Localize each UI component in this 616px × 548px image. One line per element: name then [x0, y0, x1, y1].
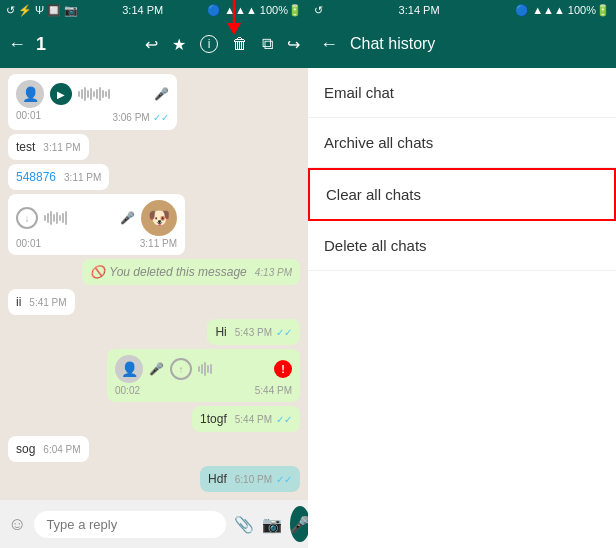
msg-time: 3:11 PM	[64, 172, 101, 183]
star-icon[interactable]: ★	[172, 35, 186, 54]
msg-sent-deleted: 🚫 You deleted this message 4:13 PM	[82, 259, 300, 285]
info-icon[interactable]: i	[200, 35, 218, 53]
msg-time: 5:41 PM	[29, 297, 66, 308]
msg-text: 1togf	[200, 412, 227, 426]
play-button[interactable]: ▶	[50, 83, 72, 105]
msg-sent-hi: Hi 5:43 PM ✓✓	[207, 319, 300, 345]
camera-button[interactable]: 📷	[262, 515, 282, 534]
msg-time: 3:11 PM	[43, 142, 80, 153]
header-actions: ↩ ★ i 🗑 ⧉ ↪	[145, 35, 300, 54]
right-back-button[interactable]: ←	[320, 34, 338, 55]
right-panel: ↺ 3:14 PM 🔵 ▲▲▲ 100%🔋 ← Chat history Ema…	[308, 0, 616, 548]
upload-button[interactable]: ↑	[170, 358, 192, 380]
back-button[interactable]: ←	[8, 34, 26, 55]
left-status-time: 3:14 PM	[122, 4, 163, 16]
menu-item-archive-all-chats[interactable]: Archive all chats	[308, 118, 616, 168]
selected-count: 1	[36, 34, 46, 55]
msg-text: Hdf	[208, 472, 227, 486]
msg-received-test: test 3:11 PM	[8, 134, 89, 160]
msg-time: 5:44 PM	[235, 414, 272, 425]
waveform	[44, 211, 114, 225]
error-badge: !	[274, 360, 292, 378]
reply-icon[interactable]: ↩	[145, 35, 158, 54]
msg-sent-1togf: 1togf 5:44 PM ✓✓	[192, 406, 300, 432]
msg-time: 5:43 PM	[235, 327, 272, 338]
status-icon-4: 🔲	[47, 4, 61, 17]
msg-sent-hdf: Hdf 6:10 PM ✓✓	[200, 466, 300, 492]
menu-item-delete-all-chats[interactable]: Delete all chats	[308, 221, 616, 271]
msg-ticks: ✓✓	[153, 112, 169, 123]
left-status-bar: ↺ ⚡ Ψ 🔲 📷 3:14 PM 🔵 ▲▲▲ 100%🔋	[0, 0, 308, 20]
emoji-button[interactable]: ☺	[8, 514, 26, 535]
mic-icon: 🎤	[149, 362, 164, 376]
status-icon-3: Ψ	[35, 4, 44, 16]
status-icon-r1: ↺	[314, 4, 323, 17]
mic-icon: 🎤	[120, 211, 135, 225]
copy-icon[interactable]: ⧉	[262, 35, 273, 53]
msg-ticks: ✓✓	[276, 327, 292, 338]
voice-duration: 00:02	[115, 385, 140, 396]
msg-link[interactable]: 548876	[16, 170, 56, 184]
menu-item-clear-all-chats[interactable]: Clear all chats	[308, 168, 616, 221]
reply-input[interactable]	[34, 511, 226, 538]
status-icon-2: ⚡	[18, 4, 32, 17]
r-wifi-icon: ▲▲▲	[532, 4, 565, 16]
right-status-time: 3:14 PM	[399, 4, 440, 16]
msg-text: Hi	[215, 325, 226, 339]
waveform	[78, 87, 148, 101]
deleted-text: You deleted this message	[109, 265, 246, 279]
msg-time: 6:10 PM	[235, 474, 272, 485]
msg-text: test	[16, 140, 35, 154]
bluetooth-icon: 🔵	[207, 4, 221, 17]
download-button[interactable]: ↓	[16, 207, 38, 229]
mic-icon: 🎤	[154, 87, 169, 101]
delete-icon[interactable]: 🗑	[232, 35, 248, 53]
r-bluetooth-icon: 🔵	[515, 4, 529, 17]
waveform	[198, 362, 268, 376]
msg-received-ii: ii 5:41 PM	[8, 289, 75, 315]
msg-received-sog: sog 6:04 PM	[8, 436, 89, 462]
right-header: ← Chat history	[308, 20, 616, 68]
chat-header: ← 1 ↩ ★ i 🗑 ⧉ ↪	[0, 20, 308, 68]
msg-received-voice-image: ↓ 🎤 🐶 00:01 3:11 PM	[8, 194, 185, 255]
attach-button[interactable]: 📎	[234, 515, 254, 534]
dog-avatar: 🐶	[141, 200, 177, 236]
right-status-bar: ↺ 3:14 PM 🔵 ▲▲▲ 100%🔋	[308, 0, 616, 20]
chat-input-bar: ☺ 📎 📷 🎤	[0, 500, 308, 548]
menu-item-label: Delete all chats	[324, 237, 427, 254]
msg-received-link: 548876 3:11 PM	[8, 164, 109, 190]
right-status-right: 🔵 ▲▲▲ 100%🔋	[515, 4, 610, 17]
r-battery-icon: 100%🔋	[568, 4, 610, 17]
right-status-left: ↺	[314, 4, 323, 17]
msg-ticks: ✓✓	[276, 474, 292, 485]
msg-received-voice-1: 👤 ▶ 🎤 00:01 3:06 PM ✓✓	[8, 74, 177, 130]
svg-marker-1	[227, 23, 241, 35]
right-panel-title: Chat history	[350, 35, 435, 53]
voice-duration: 00:01	[16, 110, 41, 124]
status-icon-1: ↺	[6, 4, 15, 17]
menu-item-label: Email chat	[324, 84, 394, 101]
sender-avatar: 👤	[115, 355, 143, 383]
battery-icon: 100%🔋	[260, 4, 302, 17]
msg-time: 5:44 PM	[255, 385, 292, 396]
msg-time: 3:11 PM	[140, 238, 177, 249]
status-bar-right-icons: 🔵 ▲▲▲ 100%🔋	[207, 4, 302, 17]
deleted-icon: 🚫	[90, 265, 105, 279]
msg-text: ii	[16, 295, 21, 309]
msg-ticks: ✓✓	[276, 414, 292, 425]
msg-time: 6:04 PM	[43, 444, 80, 455]
msg-text: sog	[16, 442, 35, 456]
menu-item-label: Clear all chats	[326, 186, 421, 203]
sender-avatar: 👤	[16, 80, 44, 108]
msg-time: 4:13 PM	[255, 267, 292, 278]
menu-item-email-chat[interactable]: Email chat	[308, 68, 616, 118]
chat-messages: 👤 ▶ 🎤 00:01 3:06 PM ✓✓ test 3:11 PM 548	[0, 68, 308, 500]
status-bar-left-icons: ↺ ⚡ Ψ 🔲 📷	[6, 4, 78, 17]
wifi-icon: ▲▲▲	[224, 4, 257, 16]
menu-item-label: Archive all chats	[324, 134, 433, 151]
left-panel: ↺ ⚡ Ψ 🔲 📷 3:14 PM 🔵 ▲▲▲ 100%🔋 ← 1 ↩ ★ i …	[0, 0, 308, 548]
voice-duration: 00:01	[16, 238, 41, 249]
msg-time: 3:06 PM	[112, 112, 149, 123]
forward-icon[interactable]: ↪	[287, 35, 300, 54]
status-icon-5: 📷	[64, 4, 78, 17]
